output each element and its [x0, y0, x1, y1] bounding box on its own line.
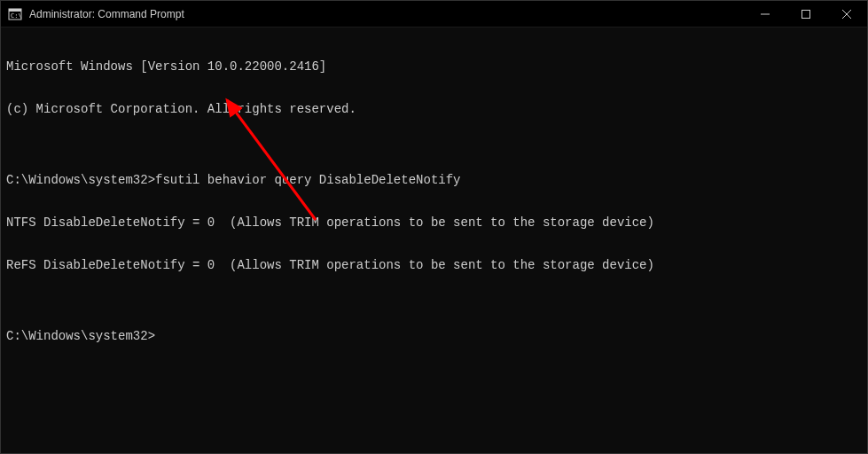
window-title: Administrator: Command Prompt [29, 8, 184, 20]
terminal-line: C:\Windows\system32> [6, 329, 862, 343]
terminal-line: ReFS DisableDeleteNotify = 0 (Allows TRI… [6, 258, 862, 272]
svg-rect-1 [9, 9, 21, 12]
svg-line-8 [227, 100, 316, 220]
maximize-button[interactable] [786, 1, 826, 27]
terminal-output[interactable]: Microsoft Windows [Version 10.0.22000.24… [1, 27, 867, 453]
window-controls [745, 1, 867, 27]
close-button[interactable] [826, 1, 867, 27]
svg-rect-4 [802, 10, 810, 18]
minimize-button[interactable] [745, 1, 786, 27]
cmd-icon: C:\ [8, 7, 22, 21]
titlebar: C:\ Administrator: Command Prompt [1, 1, 867, 27]
terminal-line: NTFS DisableDeleteNotify = 0 (Allows TRI… [6, 215, 862, 230]
svg-text:C:\: C:\ [11, 12, 22, 20]
command-prompt-window: C:\ Administrator: Command Prompt Micros… [0, 0, 868, 454]
terminal-line: C:\Windows\system32>fsutil behavior quer… [6, 173, 862, 187]
terminal-line: Microsoft Windows [Version 10.0.22000.24… [6, 59, 862, 74]
titlebar-left: C:\ Administrator: Command Prompt [8, 7, 184, 21]
terminal-line: (c) Microsoft Corporation. All rights re… [6, 102, 862, 116]
